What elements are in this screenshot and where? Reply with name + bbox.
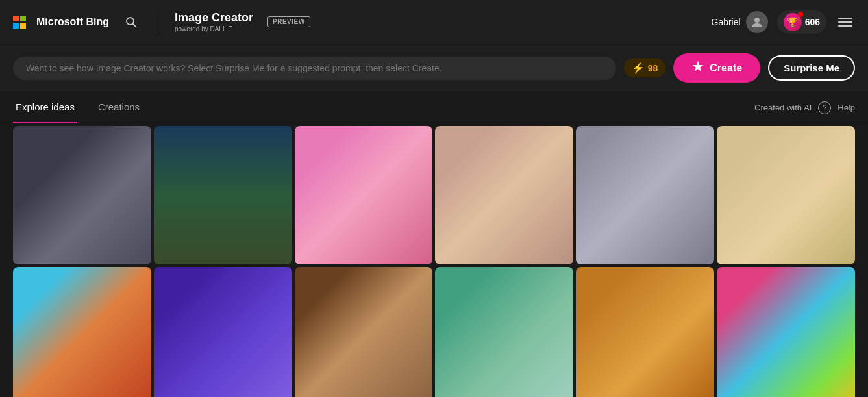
image-card-tiger[interactable] [576, 267, 714, 397]
image-thumbnail [435, 267, 573, 397]
app-title-block: Image Creator powered by DALL·E [175, 11, 253, 32]
main-header: Microsoft Bing Image Creator powered by … [0, 0, 868, 44]
surprise-button[interactable]: Surprise Me [768, 55, 855, 81]
image-thumbnail [13, 126, 151, 264]
app-title: Image Creator [175, 11, 253, 25]
notification-dot [798, 12, 803, 17]
boost-icon: ⚡ [632, 62, 645, 74]
image-card-koi[interactable] [435, 267, 573, 397]
coins-icon: 🏆 [784, 13, 802, 31]
svg-point-2 [754, 18, 760, 23]
avatar [746, 11, 768, 33]
help-label[interactable]: Help [837, 103, 855, 112]
header-right: Gabriel 🏆 606 [712, 10, 856, 34]
app-subtitle: powered by DALL·E [175, 25, 253, 32]
hamburger-line [838, 21, 852, 23]
sparkle-icon [691, 60, 704, 73]
coins-badge[interactable]: 🏆 606 [777, 10, 826, 34]
image-card-food[interactable] [295, 267, 433, 397]
image-card-computer[interactable] [295, 126, 433, 264]
image-thumbnail [576, 267, 714, 397]
image-card-ring[interactable] [13, 126, 151, 264]
boost-badge[interactable]: ⚡ 98 [624, 58, 666, 77]
image-thumbnail [717, 267, 855, 397]
image-card-fruit[interactable] [717, 267, 855, 397]
prompt-input[interactable] [26, 63, 603, 73]
image-card-robot[interactable] [576, 126, 714, 264]
preview-badge: PREVIEW [267, 16, 310, 27]
image-card-eye[interactable] [435, 126, 573, 264]
user-name: Gabriel [712, 17, 741, 27]
image-card-flower[interactable] [154, 267, 292, 397]
image-thumbnail [154, 126, 292, 264]
image-grid [0, 123, 868, 397]
user-info[interactable]: Gabriel [712, 11, 768, 33]
tab-creations[interactable]: Creations [95, 92, 142, 123]
image-thumbnail [13, 267, 151, 397]
create-label: Create [710, 62, 742, 74]
header-left: Microsoft Bing Image Creator powered by … [13, 10, 310, 34]
tabs-right: Created with AI ? Help [754, 101, 855, 114]
image-thumbnail [717, 126, 855, 264]
help-icon[interactable]: ? [818, 101, 831, 114]
header-divider [156, 10, 156, 34]
create-icon [691, 60, 704, 76]
hamburger-line [838, 18, 852, 19]
surprise-label: Surprise Me [784, 62, 839, 73]
hamburger-line [838, 25, 852, 27]
image-card-panda[interactable] [717, 126, 855, 264]
tab-explore[interactable]: Explore ideas [13, 92, 77, 123]
boost-count: 98 [648, 63, 658, 73]
image-thumbnail [295, 126, 433, 264]
search-button[interactable] [125, 16, 138, 29]
image-card-fox[interactable] [13, 267, 151, 397]
prompt-bar: ⚡ 98 Create Surprise Me [0, 44, 868, 92]
image-card-cabin[interactable] [154, 126, 292, 264]
tabs-bar: Explore ideas Creations Created with AI … [0, 92, 868, 123]
search-icon [125, 16, 138, 29]
image-thumbnail [576, 126, 714, 264]
image-thumbnail [435, 126, 573, 264]
svg-line-1 [133, 23, 136, 27]
prompt-input-wrap [13, 57, 616, 80]
bing-label: Microsoft Bing [36, 16, 109, 28]
microsoft-logo [13, 16, 26, 29]
menu-button[interactable] [836, 15, 855, 29]
create-button[interactable]: Create [673, 53, 760, 83]
image-thumbnail [295, 267, 433, 397]
created-with-ai-label: Created with AI [754, 103, 812, 112]
coins-count: 606 [805, 17, 820, 27]
image-thumbnail [154, 267, 292, 397]
